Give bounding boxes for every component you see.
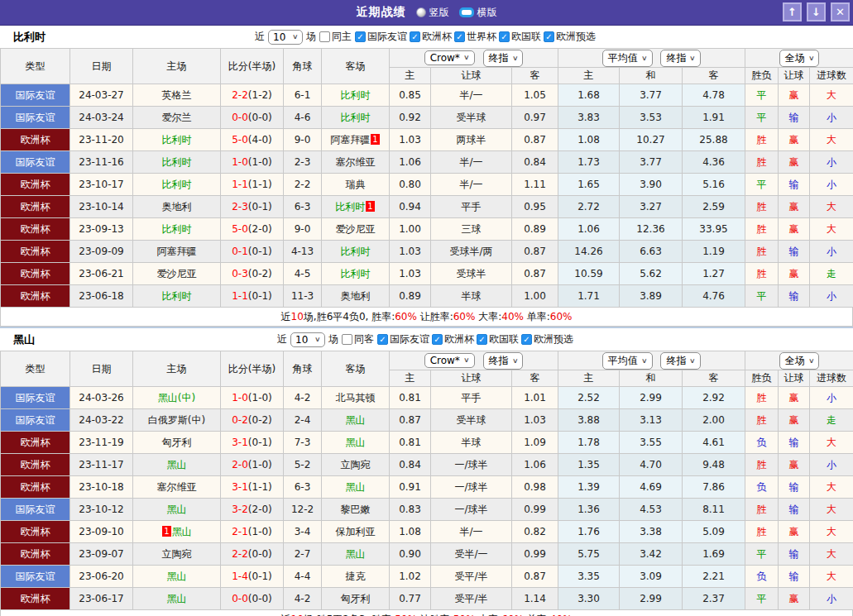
final-odds-select-2[interactable]: 终指∨ [660, 50, 701, 67]
checkbox-checked-icon[interactable]: ✓ [410, 31, 420, 42]
average-select[interactable]: 平均值∨ [602, 352, 653, 370]
handicap-home-odds: 0.92 [390, 107, 431, 129]
avg-home-odds: 1.06 [558, 218, 620, 241]
handicap-away-odds: 1.01 [512, 387, 558, 409]
match-date: 23-06-17 [70, 588, 133, 610]
average-select[interactable]: 平均值∨ [602, 50, 653, 67]
goals-result-text: 大 [827, 223, 836, 235]
checkbox-checked-icon[interactable]: ✓ [521, 334, 532, 345]
bookmaker-select[interactable]: Crow*∨ [424, 50, 475, 65]
match-count-select[interactable]: 10 ∨ [290, 332, 325, 347]
competition-label[interactable]: 欧国联 [489, 332, 519, 346]
competition-checkbox[interactable]: ✓欧洲预选 [521, 332, 573, 346]
goals-result-text: 大 [827, 437, 836, 448]
radio-unselected-icon[interactable] [416, 7, 426, 17]
result-text: 负 [757, 481, 767, 493]
competition-checkbox[interactable]: ✓欧洲杯 [410, 30, 452, 44]
subcol-avg-home: 主 [558, 68, 620, 84]
competition-label[interactable]: 欧洲杯 [422, 30, 452, 44]
chevron-down-icon: ∨ [690, 357, 697, 365]
final-odds-select-2[interactable]: 终指∨ [660, 352, 701, 370]
checkbox-checked-icon[interactable]: ✓ [432, 334, 443, 345]
team-text: 奥地利 [162, 201, 192, 212]
radio-selected-icon[interactable] [459, 7, 474, 17]
checkbox-checked-icon[interactable]: ✓ [454, 31, 465, 42]
goals-result-text: 大 [827, 201, 836, 212]
final-odds-select[interactable]: 终指∨ [483, 352, 524, 370]
checkbox-checked-icon[interactable]: ✓ [477, 334, 487, 345]
handicap-home-odds: 0.81 [390, 387, 431, 409]
checkbox-checked-icon[interactable]: ✓ [499, 31, 510, 42]
chevron-down-icon: ∨ [808, 357, 815, 365]
same-venue-label[interactable]: 同主 [332, 30, 352, 44]
same-venue-checkbox[interactable]: 同主 [319, 30, 352, 44]
same-venue-checkbox[interactable]: 同客 [342, 332, 374, 346]
competition-label[interactable]: 欧洲预选 [534, 332, 573, 346]
home-team: 塞尔维亚 [133, 476, 221, 499]
fulltime-score: 2-2 [232, 548, 248, 560]
competition-label[interactable]: 国际友谊 [367, 30, 407, 44]
competition-checkbox[interactable]: ✓欧洲杯 [432, 332, 474, 346]
result: 胜 [745, 129, 779, 151]
competition-checkbox[interactable]: ✓欧国联 [477, 332, 519, 346]
goals-result-text: 小 [827, 392, 836, 404]
team-text: 塞尔维亚 [336, 156, 376, 168]
scroll-down-button[interactable]: ↓ [807, 2, 826, 21]
competition-label[interactable]: 世界杯 [467, 30, 496, 44]
checkbox-checked-icon[interactable]: ✓ [377, 334, 388, 345]
competition-checkbox[interactable]: ✓国际友谊 [355, 30, 407, 44]
subcol-goals: 进球数 [810, 68, 853, 84]
handicap-result-text: 输 [789, 290, 799, 302]
handicap-away-odds: 0.95 [512, 196, 558, 218]
team-text: 立陶宛 [162, 548, 192, 560]
competition-checkbox[interactable]: ✓欧国联 [499, 30, 541, 44]
red-card-badge: 1 [162, 526, 170, 537]
same-venue-label[interactable]: 同客 [354, 332, 374, 346]
competition-label[interactable]: 欧国联 [511, 30, 541, 44]
handicap-away-odds: 0.99 [512, 543, 558, 566]
match-count-select[interactable]: 10 ∨ [268, 30, 303, 45]
competition-label[interactable]: 欧洲杯 [444, 332, 474, 346]
competition-checkbox[interactable]: ✓国际友谊 [377, 332, 429, 346]
radio-horizontal[interactable]: 横版 [459, 6, 497, 20]
checkbox-checked-icon[interactable]: ✓ [544, 31, 554, 42]
home-team: 黑山 [133, 454, 221, 476]
corners: 4-13 [284, 241, 322, 263]
home-team: 比利时 [133, 285, 221, 308]
team-text: 黑山 [346, 414, 366, 426]
col-header-away: 客场 [322, 49, 390, 84]
radio-horizontal-label[interactable]: 横版 [477, 6, 497, 20]
subcol-result: 胜负 [745, 68, 779, 84]
home-team: 英格兰 [133, 84, 221, 107]
score: 5-0(2-0) [221, 218, 284, 241]
checkbox-unchecked-icon[interactable] [319, 31, 330, 42]
radio-vertical-label[interactable]: 竖版 [429, 6, 449, 20]
competition-checkbox[interactable]: ✓欧洲预选 [544, 30, 596, 44]
result-text: 平 [757, 112, 767, 123]
result: 负 [745, 432, 779, 454]
col-header-home: 主场 [133, 351, 221, 387]
competition-checkbox[interactable]: ✓世界杯 [454, 30, 496, 44]
goals-result-text: 大 [827, 504, 836, 515]
team-text: 比利时 [341, 246, 371, 257]
competition-label[interactable]: 国际友谊 [390, 332, 429, 346]
goals-result: 大 [810, 196, 853, 218]
checkbox-checked-icon[interactable]: ✓ [355, 31, 366, 42]
match-row: 欧洲杯 23-09-13 比利时 5-0(2-0) 9-0 爱沙尼亚 1.00 … [1, 218, 853, 241]
filters: 近 10 ∨ 场 同主 ✓国际友谊✓欧洲杯✓世界杯✓欧国联✓欧洲预选 [253, 30, 600, 45]
home-team: 立陶宛 [133, 543, 221, 566]
close-button[interactable]: ✕ [831, 2, 850, 21]
goals-result-text: 大 [827, 89, 836, 101]
radio-vertical[interactable]: 竖版 [416, 6, 449, 20]
scope-select-value: 全场 [785, 354, 805, 368]
competition-label[interactable]: 欧洲预选 [556, 30, 596, 44]
scroll-up-button[interactable]: ↑ [783, 2, 802, 21]
final-odds-select[interactable]: 终指∨ [483, 50, 524, 67]
bookmaker-select[interactable]: Crow*∨ [424, 353, 475, 368]
avg-away-odds: 2.59 [683, 196, 745, 218]
col-header-type: 类型 [1, 351, 70, 387]
checkbox-unchecked-icon[interactable] [342, 334, 352, 345]
scope-select[interactable]: 全场∨ [779, 50, 820, 67]
scope-select[interactable]: 全场∨ [779, 352, 820, 370]
team-text: 黑山 [167, 459, 187, 470]
